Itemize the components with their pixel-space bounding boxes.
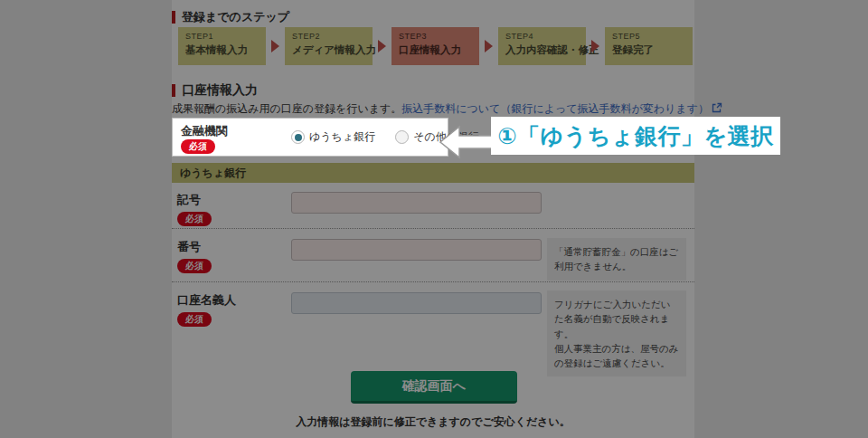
radio-selected-icon (291, 130, 305, 144)
callout-text: ①「ゆうちょ銀行」を選択 (497, 121, 773, 151)
callout-arrow-icon (439, 125, 494, 160)
callout-annotation: ①「ゆうちょ銀行」を選択 (491, 117, 780, 155)
required-badge: 必須 (181, 139, 215, 154)
radio-yucho-label: ゆうちょ銀行 (309, 129, 375, 145)
dim-overlay (0, 0, 868, 438)
bank-row-label: 金融機関 (181, 123, 228, 139)
bank-select-row: 金融機関 必須 ゆうちょ銀行 その他の銀行 (172, 118, 448, 157)
radio-yucho-bank[interactable]: ゆうちょ銀行 (291, 129, 375, 145)
page: 登録までのステップ STEP1 基本情報入力 STEP2 メディア情報入力 ST… (0, 0, 868, 438)
radio-unselected-icon (395, 130, 409, 144)
